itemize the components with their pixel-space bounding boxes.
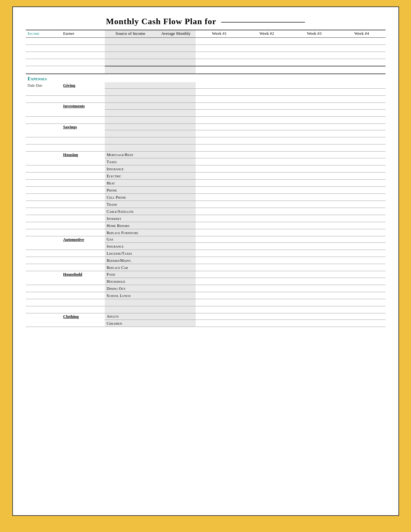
expenses-header-row: Expenses (26, 74, 386, 82)
housing-row-insurance: Insurance (26, 165, 386, 172)
clothing-item-2: Children (105, 320, 156, 327)
giving-source-1 (105, 82, 156, 89)
week4-income-4 (338, 59, 385, 66)
housing-row-cell: Cell Phone (26, 193, 386, 201)
hh-item-2: Household (105, 278, 156, 285)
automotive-label: Automotive (61, 236, 105, 243)
auto-item-5: Replace Car (105, 264, 156, 271)
auto-item-2: Insurance (105, 243, 156, 250)
auto-row-repairs: Repairs/Maint. (26, 257, 386, 264)
investments-label: Investments (61, 103, 105, 110)
housing-item-8: Trash (105, 201, 156, 208)
week1-income-1 (196, 38, 243, 45)
clothing-row-children: Children (26, 320, 386, 327)
earner-4 (61, 59, 105, 66)
col-header-week2: Week #2 (243, 30, 290, 38)
investments-header-row: Investments (26, 103, 386, 110)
giving-w1-1 (196, 82, 243, 89)
clothing-label: Clothing (61, 313, 105, 320)
source-1 (105, 38, 156, 45)
auto-row-replace: Replace Car (26, 264, 386, 271)
date-due-label: Date Due (26, 82, 61, 89)
giving-w3-1 (290, 82, 338, 89)
housing-item-3: Insurance (105, 165, 156, 172)
housing-item-11: Home Repairs (105, 222, 156, 229)
housing-row-furniture: Replace Furniture (26, 229, 386, 236)
household-header-row: Household Food (26, 271, 386, 278)
col-header-week4: Week #4 (338, 30, 385, 38)
col-header-earner: Earner (61, 30, 105, 38)
housing-item-7: Cell Phone (105, 193, 156, 201)
week1-income-2 (196, 45, 243, 52)
total-week3 (290, 66, 338, 74)
week2-income-3 (243, 52, 290, 59)
auto-item-1: Gas (105, 236, 156, 243)
hh-row-extra2 (26, 306, 386, 313)
housing-item-12: Replace Furniture (105, 229, 156, 236)
housing-item-1: Mortgage/Rent (105, 152, 156, 158)
hh-row-dining: Dining Out (26, 285, 386, 292)
household-label: Household (61, 271, 105, 278)
avg-1 (156, 38, 196, 45)
col-header-income: Income (26, 30, 61, 38)
savings-header-row: Savings (26, 123, 386, 130)
week2-income-1 (243, 38, 290, 45)
housing-label: Housing (61, 152, 105, 158)
investments-row-3 (26, 116, 386, 123)
income-row-2 (26, 45, 386, 52)
housing-item-9: Cable/Satellite (105, 208, 156, 215)
hh-item-4: School Lunch (105, 292, 156, 299)
clothing-item-1: Adults (105, 313, 156, 320)
col-header-source: Source of Income (105, 30, 156, 38)
title-text: Monthly Cash Flow Plan for (106, 17, 216, 26)
title-underline (221, 22, 305, 23)
week3-income-3 (290, 52, 338, 59)
col-header-week1: Week #1 (196, 30, 243, 38)
investments-row-2 (26, 109, 386, 116)
income-label-1 (26, 38, 61, 45)
page-title: Monthly Cash Flow Plan for (26, 17, 386, 28)
week3-income-4 (290, 59, 338, 66)
total-source (105, 66, 156, 74)
total-income-row (26, 66, 386, 74)
housing-row-heat: Heat (26, 179, 386, 186)
earner-1 (61, 38, 105, 45)
savings-row-2 (26, 130, 386, 137)
avg-3 (156, 52, 196, 59)
auto-item-4: Repairs/Maint. (105, 257, 156, 264)
automotive-header-row: Automotive Gas (26, 236, 386, 243)
clothing-header-row: Clothing Adults (26, 313, 386, 320)
total-income-label (26, 66, 105, 74)
housing-row-repairs: Home Repairs (26, 222, 386, 229)
hh-item-3: Dining Out (105, 285, 156, 292)
week2-income-2 (243, 45, 290, 52)
savings-row-3 (26, 137, 386, 144)
expenses-label: Expenses (28, 76, 47, 81)
income-row-3 (26, 52, 386, 59)
income-row-4 (26, 59, 386, 66)
housing-row-internet: Internet (26, 215, 386, 222)
housing-item-4: Electric (105, 172, 156, 179)
source-2 (105, 45, 156, 52)
col-header-week3: Week #3 (290, 30, 338, 38)
week2-income-4 (243, 59, 290, 66)
savings-row-4 (26, 144, 386, 152)
total-avg (156, 66, 196, 74)
week3-income-1 (290, 38, 338, 45)
housing-row-cable: Cable/Satellite (26, 208, 386, 215)
source-3 (105, 52, 156, 59)
giving-w4-1 (338, 82, 385, 89)
housing-row-phone: Phone (26, 186, 386, 193)
auto-row-insurance: Insurance (26, 243, 386, 250)
income-label-4 (26, 59, 61, 66)
housing-row-trash: Trash (26, 201, 386, 208)
housing-item-2: Taxes (105, 158, 156, 165)
housing-row-electric: Electric (26, 172, 386, 179)
total-week4 (338, 66, 385, 74)
income-label-2 (26, 45, 61, 52)
housing-item-6: Phone (105, 186, 156, 193)
source-4 (105, 59, 156, 66)
week1-income-4 (196, 59, 243, 66)
giving-label: Giving (61, 82, 105, 89)
housing-item-10: Internet (105, 215, 156, 222)
